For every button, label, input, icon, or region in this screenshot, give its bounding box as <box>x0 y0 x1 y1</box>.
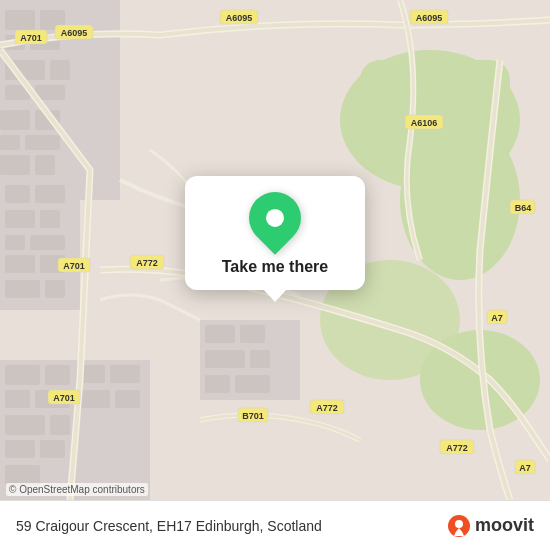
svg-rect-51 <box>205 375 230 393</box>
svg-rect-40 <box>40 440 65 458</box>
svg-rect-50 <box>250 350 270 368</box>
svg-rect-26 <box>5 235 25 250</box>
take-me-there-button[interactable]: Take me there <box>222 258 328 276</box>
svg-rect-17 <box>0 135 20 150</box>
bottom-bar: 59 Craigour Crescent, EH17 Edinburgh, Sc… <box>0 500 550 550</box>
svg-rect-18 <box>25 135 60 150</box>
svg-rect-12 <box>50 60 70 80</box>
svg-rect-33 <box>5 365 40 385</box>
svg-rect-23 <box>35 185 65 203</box>
svg-point-82 <box>455 520 463 528</box>
svg-rect-43 <box>110 365 140 383</box>
svg-text:A6095: A6095 <box>226 13 253 23</box>
map-pin-icon <box>238 181 312 255</box>
svg-rect-30 <box>5 280 40 298</box>
svg-text:A772: A772 <box>136 258 158 268</box>
svg-rect-19 <box>0 155 30 175</box>
moovit-logo: moovit <box>447 514 534 538</box>
svg-text:A6106: A6106 <box>411 118 438 128</box>
svg-rect-35 <box>5 390 30 408</box>
moovit-text: moovit <box>475 515 534 536</box>
svg-text:A6095: A6095 <box>61 28 88 38</box>
pin-center <box>266 209 284 227</box>
svg-rect-49 <box>205 350 245 368</box>
svg-rect-25 <box>40 210 60 228</box>
svg-rect-47 <box>205 325 235 343</box>
svg-rect-45 <box>115 390 140 408</box>
svg-rect-38 <box>50 415 70 435</box>
svg-rect-44 <box>80 390 110 408</box>
svg-rect-52 <box>235 375 270 393</box>
svg-rect-24 <box>5 210 35 228</box>
svg-text:A772: A772 <box>446 443 468 453</box>
svg-rect-15 <box>0 110 30 130</box>
svg-rect-37 <box>5 415 45 435</box>
map-container: A701 A701 A701 A6095 A6095 A6095 A6106 A… <box>0 0 550 500</box>
moovit-icon <box>447 514 471 538</box>
svg-rect-27 <box>30 235 65 250</box>
svg-text:A701: A701 <box>63 261 85 271</box>
svg-text:A701: A701 <box>20 33 42 43</box>
address-text: 59 Craigour Crescent, EH17 Edinburgh, Sc… <box>16 518 447 534</box>
popup-card: Take me there <box>185 176 365 290</box>
svg-rect-7 <box>5 10 35 30</box>
svg-rect-41 <box>5 465 40 485</box>
svg-rect-39 <box>5 440 35 458</box>
svg-text:A701: A701 <box>53 393 75 403</box>
svg-text:B701: B701 <box>242 411 264 421</box>
svg-text:A772: A772 <box>316 403 338 413</box>
svg-rect-34 <box>45 365 70 385</box>
svg-rect-31 <box>45 280 65 298</box>
svg-rect-22 <box>5 185 30 203</box>
svg-text:A7: A7 <box>519 463 531 473</box>
svg-rect-20 <box>35 155 55 175</box>
svg-text:A6095: A6095 <box>416 13 443 23</box>
svg-text:B64: B64 <box>515 203 532 213</box>
svg-rect-28 <box>5 255 35 273</box>
svg-text:A7: A7 <box>491 313 503 323</box>
osm-credit: © OpenStreetMap contributors <box>6 483 148 496</box>
svg-rect-48 <box>240 325 265 343</box>
